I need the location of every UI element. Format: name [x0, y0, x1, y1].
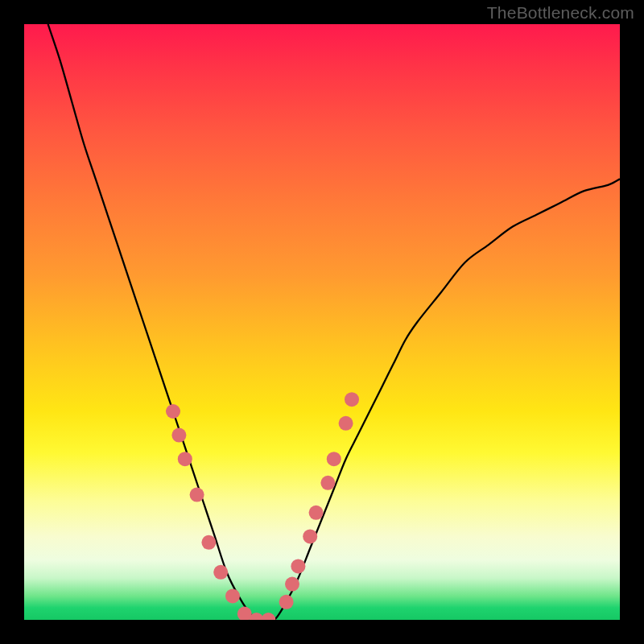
curve-svg	[24, 24, 620, 620]
highlight-dots	[166, 392, 359, 620]
plot-area	[24, 24, 620, 620]
watermark-text: TheBottleneck.com	[487, 3, 634, 23]
highlight-dot	[225, 588, 240, 603]
highlight-dot	[339, 416, 353, 431]
highlight-dot	[201, 535, 216, 550]
chart-frame: TheBottleneck.com	[0, 0, 644, 644]
bottleneck-curve	[48, 24, 620, 620]
highlight-dot	[190, 488, 204, 502]
highlight-dot	[303, 529, 317, 543]
highlight-dot	[261, 613, 275, 620]
highlight-dot	[309, 506, 324, 520]
highlight-dot	[285, 577, 299, 592]
highlight-dot	[213, 565, 228, 580]
highlight-dot	[279, 595, 294, 609]
highlight-dot	[171, 428, 186, 443]
highlight-dot	[178, 452, 192, 466]
highlight-dot	[291, 559, 305, 573]
highlight-dot	[327, 452, 341, 466]
highlight-dot	[320, 476, 335, 490]
highlight-dot	[166, 404, 180, 419]
highlight-dot	[345, 392, 359, 407]
